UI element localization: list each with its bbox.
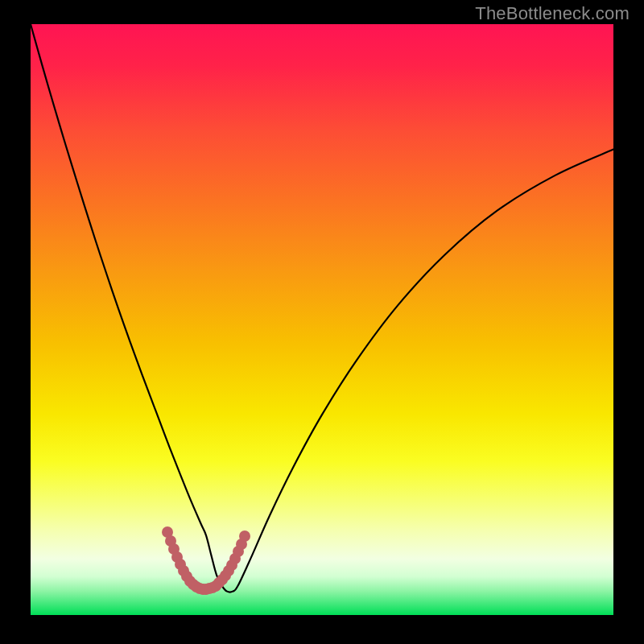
- gradient-background: [31, 24, 613, 615]
- bottleneck-chart: [0, 0, 644, 644]
- chart-container: TheBottleneck.com: [0, 0, 644, 644]
- svg-point-24: [239, 530, 250, 542]
- watermark-text: TheBottleneck.com: [475, 3, 630, 24]
